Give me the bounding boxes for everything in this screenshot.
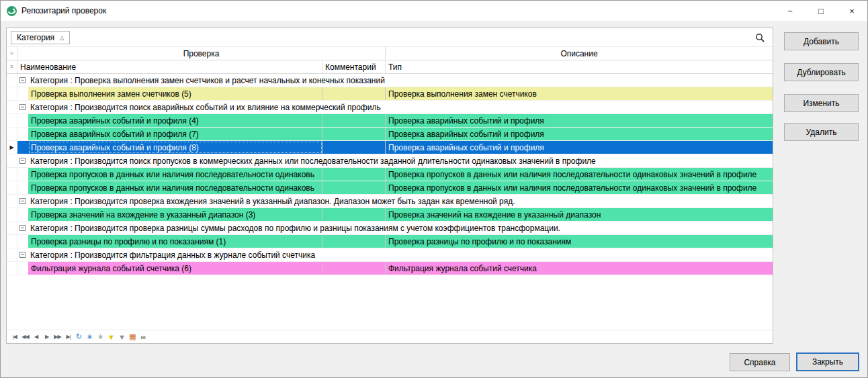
header-indicator-icon: ≡ [7, 60, 17, 73]
column-header-type[interactable]: Тип [386, 60, 773, 73]
table-row[interactable]: Проверка аварийных событий и профиля (7)… [7, 128, 773, 141]
band-description[interactable]: Описание [386, 47, 773, 60]
table-row-selected[interactable]: ▶ Проверка аварийных событий и профиля (… [7, 141, 773, 154]
table-row[interactable]: Проверка выполнения замен счетчиков (5) … [7, 87, 773, 101]
band-check[interactable]: Проверка [17, 47, 386, 60]
nav-layout-icon[interactable]: ▦ [128, 332, 138, 342]
edit-button[interactable]: Изменить [784, 94, 859, 112]
collapse-icon[interactable]: − [19, 252, 26, 258]
group-by-panel: Категория △ [7, 28, 773, 47]
nav-first-icon[interactable]: |◀ [9, 332, 19, 342]
collapse-icon[interactable]: − [19, 77, 26, 83]
group-label: Категория : Производится фильтрация данн… [30, 250, 315, 260]
group-field-label: Категория [17, 33, 54, 42]
minimize-button[interactable]: − [775, 1, 806, 21]
table-row[interactable]: Проверка значений на вхождение в указанн… [7, 208, 773, 222]
group-row[interactable]: − Категория : Проверка выполнения замен … [7, 74, 773, 87]
app-logo-icon [6, 5, 17, 17]
group-label: Категория : Проверка выполнения замен сч… [30, 76, 385, 85]
table-row[interactable]: Проверка пропусков в данных или наличия … [7, 168, 773, 181]
sort-ascending-icon: △ [60, 35, 64, 41]
row-indicator [7, 114, 17, 127]
table-row[interactable]: Проверка аварийных событий и профиля (4)… [7, 114, 773, 128]
nav-filter-edit-icon[interactable]: ▼ [117, 332, 127, 342]
dialog-window: Репозитарий проверок − □ × Категория △ ≡… [0, 0, 868, 378]
delete-button[interactable]: Удалить [784, 123, 859, 141]
data-navigator: |◀ ◀◀ ◀ ▶ ▶▶ ▶| ↻ ∗ ∗ ▼ ▼ ▦ ∞ [7, 330, 773, 343]
nav-last-icon[interactable]: ▶| [63, 332, 73, 342]
column-header-name[interactable]: Наименование [17, 60, 322, 73]
window-title: Репозитарий проверок [21, 6, 106, 15]
nav-prev-page-icon[interactable]: ◀◀ [20, 332, 30, 342]
grid-body: − Категория : Проверка выполнения замен … [7, 74, 773, 330]
checks-grid: Категория △ ≡ Проверка Описание ≡ Наимен… [6, 28, 773, 344]
collapse-icon[interactable]: − [19, 104, 26, 110]
band-header-row: ≡ Проверка Описание [7, 47, 773, 60]
group-row[interactable]: − Категория : Производится фильтрация да… [7, 248, 773, 262]
table-row[interactable]: Проверка пропусков в данных или наличия … [7, 181, 773, 195]
row-indicator [7, 168, 17, 181]
group-row[interactable]: − Категория : Производится поиск аварийн… [7, 101, 773, 114]
collapse-icon[interactable]: − [19, 198, 26, 204]
search-icon[interactable] [754, 32, 766, 44]
row-indicator [7, 208, 17, 221]
column-header-comment[interactable]: Комментарий [322, 60, 386, 73]
table-row[interactable]: Проверка разницы по профилю и по показан… [7, 235, 773, 248]
nav-search-icon[interactable]: ∞ [138, 332, 148, 342]
nav-next-page-icon[interactable]: ▶▶ [52, 332, 62, 342]
close-button[interactable]: Закрыть [796, 352, 859, 371]
row-indicator [7, 262, 17, 275]
nav-new-record-icon[interactable]: ∗ [85, 332, 95, 342]
add-button[interactable]: Добавить [784, 32, 859, 50]
row-indicator [7, 87, 17, 100]
band-indicator-icon: ≡ [7, 47, 17, 60]
collapse-icon[interactable]: − [19, 225, 26, 231]
duplicate-button[interactable]: Дублировать [784, 63, 859, 81]
row-indicator [7, 235, 17, 248]
help-button[interactable]: Справка [730, 353, 790, 371]
row-indicator [7, 181, 17, 194]
group-label: Категория : Производится поиск аварийных… [30, 103, 381, 112]
nav-refresh-icon[interactable]: ↻ [74, 332, 84, 342]
collapse-icon[interactable]: − [19, 158, 26, 164]
group-row[interactable]: − Категория : Производится поиск пропуск… [7, 154, 773, 168]
nav-prev-icon[interactable]: ◀ [31, 332, 41, 342]
nav-filter-icon[interactable]: ▼ [106, 332, 116, 342]
column-header-row: ≡ Наименование Комментарий Тип [7, 60, 773, 74]
group-row[interactable]: − Категория : Производится проверка разн… [7, 222, 773, 235]
row-indicator-arrow-icon: ▶ [7, 141, 17, 154]
title-bar: Репозитарий проверок − □ × [1, 1, 867, 21]
nav-next-icon[interactable]: ▶ [42, 332, 52, 342]
group-field-category[interactable]: Категория △ [11, 31, 70, 44]
maximize-button[interactable]: □ [806, 1, 836, 21]
group-label: Категория : Производится проверка вхожде… [30, 197, 515, 206]
close-window-button[interactable]: × [836, 1, 867, 21]
row-indicator [7, 128, 17, 140]
group-row[interactable]: − Категория : Производится проверка вхож… [7, 195, 773, 208]
nav-cancel-icon[interactable]: ∗ [95, 332, 105, 342]
table-row[interactable]: Фильтрация журнала событий счетчика (6) … [7, 262, 773, 275]
group-label: Категория : Производится проверка разниц… [30, 224, 560, 233]
group-label: Категория : Производится поиск пропусков… [30, 156, 596, 166]
